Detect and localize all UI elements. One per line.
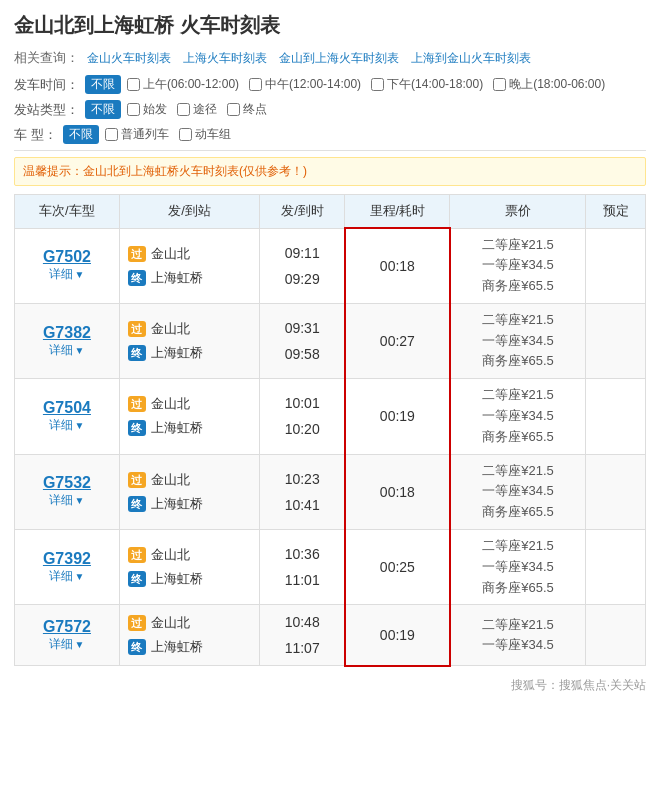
price-item: 二等座¥21.5 <box>459 461 578 482</box>
station-type-via[interactable]: 途径 <box>177 101 217 118</box>
from-station-tag: 过 <box>128 472 146 488</box>
train-number[interactable]: G7532 <box>21 474 113 492</box>
station-cell: 过 金山北 终 上海虹桥 <box>119 454 260 529</box>
from-station-name: 金山北 <box>151 471 190 489</box>
related-link-jinshan[interactable]: 金山火车时刻表 <box>87 50 171 67</box>
price-cell: 二等座¥21.5一等座¥34.5商务座¥65.5 <box>450 303 586 378</box>
to-station-name: 上海虹桥 <box>151 570 203 588</box>
depart-time-label: 发车时间： <box>14 76 79 94</box>
related-links: 相关查询： 金山火车时刻表 上海火车时刻表 金山到上海火车时刻表 上海到金山火车… <box>14 49 646 67</box>
th-train: 车次/车型 <box>15 195 120 229</box>
train-number[interactable]: G7502 <box>21 248 113 266</box>
station-type-end[interactable]: 终点 <box>227 101 267 118</box>
related-link-js-sh[interactable]: 金山到上海火车时刻表 <box>279 50 399 67</box>
detail-link[interactable]: 详细▼ <box>49 417 84 434</box>
station-cell: 过 金山北 终 上海虹桥 <box>119 228 260 303</box>
train-number[interactable]: G7382 <box>21 324 113 342</box>
related-link-shanghai[interactable]: 上海火车时刻表 <box>183 50 267 67</box>
duration-cell: 00:27 <box>345 303 450 378</box>
price-item: 一等座¥34.5 <box>459 481 578 502</box>
chevron-down-icon: ▼ <box>74 571 84 582</box>
train-id-cell: G7532 详细▼ <box>15 454 120 529</box>
to-station-tag: 终 <box>128 639 146 655</box>
chevron-down-icon: ▼ <box>74 269 84 280</box>
time-cell: 10:36 11:01 <box>260 530 345 605</box>
booking-cell <box>586 454 646 529</box>
detail-link[interactable]: 详细▼ <box>49 266 84 283</box>
price-item: 商务座¥65.5 <box>459 427 578 448</box>
train-type-normal[interactable]: 普通列车 <box>105 126 169 143</box>
train-type-unlimit[interactable]: 不限 <box>63 125 99 144</box>
duration-cell: 00:25 <box>345 530 450 605</box>
chevron-down-icon: ▼ <box>74 495 84 506</box>
depart-time-night[interactable]: 晚上(18:00-06:00) <box>493 76 605 93</box>
from-station-name: 金山北 <box>151 395 190 413</box>
train-id-cell: G7382 详细▼ <box>15 303 120 378</box>
detail-link[interactable]: 详细▼ <box>49 568 84 585</box>
train-type-high-speed[interactable]: 动车组 <box>179 126 231 143</box>
to-station-row: 终 上海虹桥 <box>128 570 252 588</box>
to-station-name: 上海虹桥 <box>151 344 203 362</box>
train-number[interactable]: G7572 <box>21 618 113 636</box>
from-station-row: 过 金山北 <box>128 614 252 632</box>
from-station-row: 过 金山北 <box>128 320 252 338</box>
from-time: 10:23 <box>268 471 336 487</box>
depart-time-morning[interactable]: 上午(06:00-12:00) <box>127 76 239 93</box>
related-link-sh-js[interactable]: 上海到金山火车时刻表 <box>411 50 531 67</box>
from-station-name: 金山北 <box>151 614 190 632</box>
from-station-tag: 过 <box>128 396 146 412</box>
price-item: 二等座¥21.5 <box>459 235 578 256</box>
time-cell: 09:31 09:58 <box>260 303 345 378</box>
table-row: G7572 详细▼ 过 金山北 终 上海虹桥 10:48 11:07 00:19… <box>15 605 646 666</box>
th-station: 发/到站 <box>119 195 260 229</box>
to-station-row: 终 上海虹桥 <box>128 344 252 362</box>
detail-link[interactable]: 详细▼ <box>49 492 84 509</box>
chevron-down-icon: ▼ <box>74 345 84 356</box>
station-type-start-checkbox[interactable] <box>127 103 140 116</box>
from-station-name: 金山北 <box>151 546 190 564</box>
from-time: 10:48 <box>268 614 336 630</box>
table-row: G7392 详细▼ 过 金山北 终 上海虹桥 10:36 11:01 00:25… <box>15 530 646 605</box>
th-time: 发/到时 <box>260 195 345 229</box>
to-time: 10:41 <box>268 497 336 513</box>
depart-time-afternoon[interactable]: 下午(14:00-18:00) <box>371 76 483 93</box>
th-duration: 里程/耗时 <box>345 195 450 229</box>
depart-time-unlimit[interactable]: 不限 <box>85 75 121 94</box>
to-time: 09:58 <box>268 346 336 362</box>
chevron-down-icon: ▼ <box>74 639 84 650</box>
depart-time-night-checkbox[interactable] <box>493 78 506 91</box>
station-cell: 过 金山北 终 上海虹桥 <box>119 605 260 666</box>
station-type-start[interactable]: 始发 <box>127 101 167 118</box>
train-type-normal-checkbox[interactable] <box>105 128 118 141</box>
depart-time-afternoon-checkbox[interactable] <box>371 78 384 91</box>
page-title: 金山北到上海虹桥 火车时刻表 <box>14 12 646 39</box>
depart-time-noon-checkbox[interactable] <box>249 78 262 91</box>
to-station-tag: 终 <box>128 345 146 361</box>
station-type-via-checkbox[interactable] <box>177 103 190 116</box>
duration-value: 00:25 <box>380 559 415 575</box>
to-station-row: 终 上海虹桥 <box>128 269 252 287</box>
notice-icon: 温馨提示： <box>23 164 83 178</box>
price-item: 一等座¥34.5 <box>459 331 578 352</box>
table-row: G7504 详细▼ 过 金山北 终 上海虹桥 10:01 10:20 00:19… <box>15 379 646 454</box>
station-type-end-checkbox[interactable] <box>227 103 240 116</box>
detail-link[interactable]: 详细▼ <box>49 636 84 653</box>
th-price: 票价 <box>450 195 586 229</box>
station-type-unlimit[interactable]: 不限 <box>85 100 121 119</box>
price-item: 一等座¥34.5 <box>459 635 578 656</box>
depart-time-noon[interactable]: 中午(12:00-14:00) <box>249 76 361 93</box>
notice-bar: 温馨提示：金山北到上海虹桥火车时刻表(仅供参考！) <box>14 157 646 186</box>
train-number[interactable]: G7392 <box>21 550 113 568</box>
detail-link[interactable]: 详细▼ <box>49 342 84 359</box>
price-item: 商务座¥65.5 <box>459 351 578 372</box>
train-type-high-speed-checkbox[interactable] <box>179 128 192 141</box>
station-type-filter: 发站类型： 不限 始发 途径 终点 <box>14 100 646 119</box>
train-id-cell: G7502 详细▼ <box>15 228 120 303</box>
related-label: 相关查询： <box>14 49 79 67</box>
time-cell: 09:11 09:29 <box>260 228 345 303</box>
depart-time-morning-checkbox[interactable] <box>127 78 140 91</box>
from-station-row: 过 金山北 <box>128 395 252 413</box>
train-number[interactable]: G7504 <box>21 399 113 417</box>
booking-cell <box>586 379 646 454</box>
to-time: 10:20 <box>268 421 336 437</box>
